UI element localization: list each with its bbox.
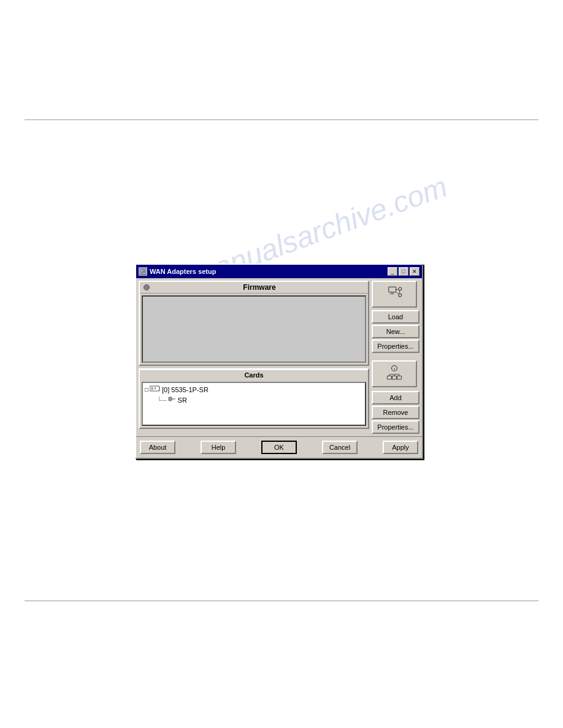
tree-child-icon	[168, 395, 177, 404]
svg-rect-1	[141, 270, 143, 271]
svg-rect-18	[397, 376, 401, 379]
tree-expand-icon: □	[145, 386, 148, 393]
left-panel: Firmware Cards □	[139, 281, 369, 434]
bottom-rule	[25, 601, 538, 601]
new-button[interactable]: New...	[372, 325, 419, 338]
svg-rect-3	[151, 387, 153, 390]
top-rule	[25, 119, 538, 120]
load-button[interactable]: Load	[372, 310, 419, 324]
about-button[interactable]: About	[140, 441, 175, 454]
spacer	[372, 354, 419, 358]
svg-line-13	[396, 292, 399, 294]
svg-rect-17	[387, 376, 391, 379]
svg-point-11	[399, 294, 402, 297]
firmware-content-area	[142, 295, 366, 363]
cards-section: Cards □ [0] 55	[139, 368, 369, 429]
network-icon-button-top[interactable]	[372, 281, 417, 308]
properties-cards-button[interactable]: Properties...	[372, 420, 419, 434]
cancel-button[interactable]: Cancel	[322, 441, 358, 454]
network-icon-svg	[385, 286, 404, 303]
right-panel: Load New... Properties... i	[372, 281, 419, 434]
bottom-buttons-row: About Help OK Cancel Apply	[136, 436, 422, 458]
svg-point-10	[399, 287, 402, 290]
properties-firmware-button[interactable]: Properties...	[372, 339, 419, 353]
svg-rect-19	[392, 376, 396, 379]
svg-rect-5	[169, 397, 172, 401]
svg-rect-8	[391, 292, 393, 294]
minimize-button[interactable]: _	[388, 267, 397, 276]
tree-child-label: SR	[178, 396, 187, 404]
cards-list-area: □ [0] 5535-1P-SR	[142, 382, 366, 426]
apply-button[interactable]: Apply	[383, 441, 418, 454]
firmware-section: Firmware	[139, 281, 369, 366]
help-button[interactable]: Help	[201, 441, 236, 454]
svg-rect-7	[389, 287, 396, 292]
maximize-button[interactable]: □	[399, 267, 408, 276]
svg-rect-9	[389, 294, 394, 294]
title-bar: WAN Adapters setup _ □ ✕	[136, 265, 422, 278]
dialog-title: WAN Adapters setup	[150, 268, 216, 275]
remove-button[interactable]: Remove	[372, 406, 419, 419]
network-icon-svg-2: i	[384, 365, 405, 383]
wan-adapters-dialog: WAN Adapters setup _ □ ✕ Firmware	[135, 264, 423, 459]
cards-header: Cards	[140, 370, 368, 380]
network-icon-button-bottom[interactable]: i	[372, 360, 417, 387]
svg-rect-4	[155, 387, 156, 389]
tree-item-child[interactable]: └─ SR	[157, 395, 363, 404]
close-button[interactable]: ✕	[410, 267, 419, 276]
tree-node-icon	[150, 385, 161, 394]
dialog-body: Firmware Cards □	[136, 278, 422, 436]
dialog-icon	[139, 267, 147, 276]
tree-item-main[interactable]: □ [0] 5535-1P-SR	[145, 385, 363, 394]
window-controls: _ □ ✕	[388, 267, 419, 276]
page-container: manualsarchive.com WAN Adapters setup _ …	[0, 0, 563, 728]
svg-text:i: i	[394, 366, 395, 371]
add-button[interactable]: Add	[372, 391, 419, 404]
tree-node-label: [0] 5535-1P-SR	[162, 386, 209, 393]
firmware-header-row: Firmware	[140, 282, 368, 294]
tree-line-icon: └─	[157, 396, 167, 404]
title-bar-left: WAN Adapters setup	[139, 267, 216, 276]
ok-button[interactable]: OK	[261, 441, 297, 454]
firmware-label: Firmware	[155, 283, 364, 292]
firmware-dot	[144, 284, 150, 290]
